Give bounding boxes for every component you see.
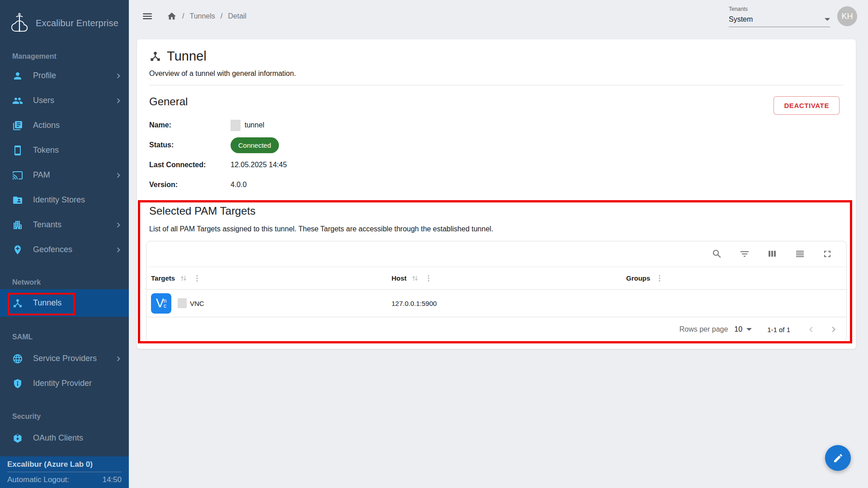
sidebar-item-tenants[interactable]: Tenants	[0, 212, 129, 237]
column-header-targets[interactable]: Targets	[146, 274, 387, 283]
people-icon	[12, 95, 23, 106]
breadcrumb-detail: Detail	[228, 12, 246, 20]
dropdown-caret-icon	[746, 328, 752, 331]
library-books-icon	[12, 120, 23, 131]
deactivate-button[interactable]: DEACTIVATE	[774, 96, 840, 115]
tenants-select-label: Tenants	[729, 6, 830, 12]
cast-icon	[12, 170, 23, 181]
tenants-select-value: System	[729, 15, 753, 23]
section-label-management: Management	[0, 50, 129, 63]
pencil-icon	[833, 453, 844, 464]
vnc-logo-icon: V n c	[151, 293, 171, 314]
field-name: Name: tunnel	[149, 115, 840, 135]
dropdown-caret-icon	[825, 18, 830, 21]
table-row[interactable]: V n c VNC 127.0.0.1:5900	[146, 290, 846, 317]
globe-icon	[12, 353, 23, 364]
tunnel-name-value: tunnel	[245, 121, 264, 129]
breadcrumb-separator: /	[182, 12, 184, 20]
menu-toggle-button[interactable]	[142, 10, 153, 22]
density-icon[interactable]	[794, 249, 805, 259]
general-fields: Name: tunnel Status: Connected Last Conn…	[149, 115, 840, 195]
device-hub-icon	[12, 298, 23, 309]
pam-targets-table: Targets Host Groups	[146, 241, 847, 342]
field-status: Status: Connected	[149, 135, 840, 155]
brand-title: Excalibur Enterprise	[36, 18, 118, 28]
add-location-icon	[12, 244, 23, 255]
sidebar-item-geofences[interactable]: Geofences	[0, 237, 129, 262]
previous-page-icon[interactable]	[806, 324, 816, 335]
edit-fab-button[interactable]	[825, 445, 851, 471]
excalibur-cloud-sword-logo-icon	[9, 13, 30, 33]
breadcrumb: / Tunnels / Detail	[167, 11, 246, 21]
device-hub-icon	[149, 50, 161, 62]
field-version: Version: 4.0.0	[149, 175, 840, 195]
section-label-saml: SAML	[0, 330, 129, 344]
column-menu-icon[interactable]	[193, 274, 201, 283]
redacted-text	[231, 120, 241, 131]
sidebar-item-users[interactable]: Users	[0, 88, 129, 113]
chevron-right-icon	[113, 354, 123, 364]
columns-icon[interactable]	[767, 249, 778, 259]
fullscreen-icon[interactable]	[822, 249, 833, 259]
table-pagination: Rows per page 10 1-1 of 1	[146, 317, 846, 342]
main-area: / Tunnels / Detail Tenants System KH Tun…	[129, 0, 868, 488]
column-menu-icon[interactable]	[656, 274, 664, 283]
pam-targets-subtitle: List of all PAM Targets assigned to this…	[149, 225, 493, 233]
chevron-right-icon	[113, 96, 123, 106]
next-page-icon[interactable]	[828, 324, 839, 335]
target-host: 127.0.0.1:5900	[392, 300, 437, 307]
sidebar-item-profile[interactable]: Profile	[0, 63, 129, 88]
sidebar-item-tunnels[interactable]: Tunnels	[0, 289, 129, 317]
rows-per-page-select[interactable]: 10	[734, 325, 752, 333]
pam-targets-heading: Selected PAM Targets	[149, 205, 255, 217]
column-menu-icon[interactable]	[425, 274, 433, 283]
tunnel-detail-card: Tunnel Overview of a tunnel with general…	[137, 39, 856, 349]
section-label-network: Network	[0, 276, 129, 289]
breadcrumb-separator: /	[221, 12, 222, 20]
sidebar-item-pam[interactable]: PAM	[0, 163, 129, 188]
section-label-security: Security	[0, 410, 129, 423]
sidebar-item-identity-provider[interactable]: Identity Provider	[0, 371, 129, 396]
tenants-select[interactable]: Tenants System	[729, 6, 830, 27]
content: Tunnel Overview of a tunnel with general…	[129, 33, 868, 488]
sidebar-footer: Excalibur (Azure Lab 0) Automatic Logout…	[0, 456, 129, 488]
sidebar-item-tokens[interactable]: Tokens	[0, 138, 129, 163]
chevron-right-icon	[113, 71, 123, 81]
target-name: VNC	[190, 300, 204, 307]
chevron-right-icon	[113, 170, 123, 180]
search-icon[interactable]	[712, 249, 722, 259]
page-subtitle: Overview of a tunnel with general inform…	[149, 70, 296, 78]
version-value: 4.0.0	[231, 181, 247, 189]
folder-shared-icon	[12, 195, 23, 206]
sort-icon	[179, 274, 188, 282]
chevron-right-icon	[113, 220, 123, 230]
table-toolbar	[146, 241, 846, 267]
token-icon	[12, 433, 23, 444]
page-title: Tunnel	[167, 49, 207, 64]
breadcrumb-tunnels[interactable]: Tunnels	[189, 12, 215, 20]
person-icon	[12, 70, 23, 81]
user-avatar[interactable]: KH	[837, 6, 857, 26]
column-header-host[interactable]: Host	[387, 274, 622, 283]
pagination-range: 1-1 of 1	[767, 326, 790, 333]
shield-info-icon	[12, 378, 23, 389]
sidebar-item-service-providers[interactable]: Service Providers	[0, 346, 129, 371]
divider	[149, 85, 844, 85]
sidebar-item-identity-stores[interactable]: Identity Stores	[0, 188, 129, 212]
home-breadcrumb-link[interactable]	[167, 11, 177, 21]
rows-per-page-label: Rows per page	[679, 325, 728, 333]
redacted-text	[178, 298, 187, 308]
general-heading: General	[149, 95, 188, 108]
sidebar-item-oauth-clients[interactable]: OAuth Clients	[0, 426, 129, 450]
field-last-connected: Last Connected: 12.05.2025 14:45	[149, 155, 840, 175]
chevron-right-icon	[113, 245, 123, 255]
sort-icon	[411, 274, 419, 282]
column-header-groups[interactable]: Groups	[622, 274, 846, 283]
filter-icon[interactable]	[739, 249, 750, 259]
auto-logout-time: 14:50	[102, 475, 122, 484]
sidebar-item-actions[interactable]: Actions	[0, 113, 129, 138]
auto-logout-label: Automatic Logout:	[7, 475, 69, 484]
home-icon	[167, 11, 177, 21]
hamburger-icon	[142, 10, 153, 22]
deployment-name: Excalibur (Azure Lab 0)	[7, 460, 122, 472]
